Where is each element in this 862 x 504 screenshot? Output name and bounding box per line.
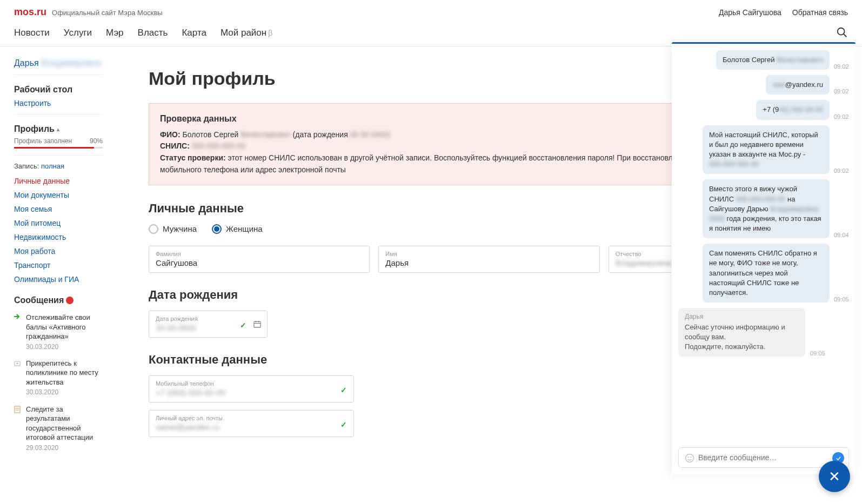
calendar-icon[interactable] [253, 320, 262, 328]
chat-input[interactable] [698, 453, 828, 459]
chat-message-out: Вместо этого я вижу чужой СНИЛС 000-000-… [678, 179, 849, 238]
nav-services[interactable]: Услуги [64, 28, 92, 38]
nav-map[interactable]: Карта [182, 28, 206, 38]
gender-female-radio[interactable]: Женщина [212, 224, 263, 234]
phone-field[interactable]: Мобильный телефон +7 (000) 000-00-00 ✓ [149, 375, 354, 402]
search-icon[interactable] [836, 26, 848, 38]
sidebar-item-olympiads[interactable]: Олимпиады и ГИА [14, 275, 116, 284]
record-value[interactable]: полная [41, 162, 64, 170]
profile-fill-percent: 90% [90, 137, 103, 145]
sidebar-item-family[interactable]: Моя семья [14, 205, 116, 213]
sidebar-item-personal[interactable]: Личные данные [14, 177, 116, 185]
chat-message-out: Болотов Сергей Вячeславович 09:02 [678, 50, 849, 70]
svg-line-1 [844, 34, 847, 37]
sidebar-username[interactable]: Дарья Владимировна [14, 58, 103, 75]
svg-point-0 [838, 28, 845, 35]
emoji-icon[interactable] [684, 453, 695, 459]
svg-rect-5 [15, 406, 20, 413]
sidebar-item-pet[interactable]: Мой питомец [14, 219, 116, 227]
dob-field[interactable]: Дата рождения 20.00.0000 ✓ [149, 311, 268, 338]
chevron-up-icon: ▴ [57, 126, 59, 132]
svg-rect-8 [254, 321, 260, 327]
chat-message-out: Сам поменять СНИЛС обратно я не могу, ФИ… [678, 244, 849, 303]
chat-message-out: имя@yandex.ru 09:02 [678, 75, 849, 95]
nav-news[interactable]: Новости [14, 28, 50, 38]
svg-point-14 [691, 457, 691, 458]
site-tagline: Официальный сайт Мэра Москвы [52, 9, 163, 17]
clinic-icon [14, 360, 22, 397]
nav-district[interactable]: Мой районβ [220, 28, 272, 38]
chat-message-in: ДарьяСейчас уточню информацию и сообщу в… [678, 308, 849, 356]
document-icon [14, 406, 22, 452]
topbar: mos.ru Официальный сайт Мэра Москвы Дарь… [0, 0, 862, 21]
sidebar-profile-heading[interactable]: Профиль▴ [14, 124, 116, 134]
chat-message-out: +7 (900) 000-00-00 09:02 [678, 100, 849, 119]
sidebar-item-documents[interactable]: Мои документы [14, 191, 116, 199]
record-label: Запись: [14, 162, 39, 170]
chat-input-row [678, 447, 849, 459]
svg-point-12 [686, 454, 694, 459]
svg-point-13 [688, 457, 689, 458]
sidebar-messages-heading[interactable]: Сообщения [14, 295, 116, 305]
nav-mayor[interactable]: Мэр [106, 28, 123, 38]
check-icon: ✓ [240, 321, 246, 330]
nav-government[interactable]: Власть [138, 28, 168, 38]
profile-progress-bar [14, 147, 103, 149]
sidebar: Дарья Владимировна Рабочий стол Настроит… [0, 46, 116, 459]
header-user[interactable]: Дарья Сайгушова [719, 8, 781, 17]
sidebar-item-transport[interactable]: Транспорт [14, 261, 116, 270]
header-feedback[interactable]: Обратная связь [792, 8, 848, 17]
notification-dot-icon [66, 297, 73, 304]
send-button[interactable] [832, 452, 844, 459]
check-icon: ✓ [340, 386, 347, 394]
sidebar-message[interactable]: Отслеживайте свои баллы «Активного гражд… [14, 313, 116, 351]
email-field[interactable]: Личный адрес эл. почты name@yandex.ru ✓ [149, 410, 354, 437]
sidebar-configure[interactable]: Настроить [14, 99, 116, 107]
chat-message-out: Мой настоящий СНИЛС, который и был до не… [678, 125, 849, 174]
surname-field[interactable]: Фамилия Сайгушова [149, 246, 370, 273]
gender-male-radio[interactable]: Мужчина [149, 224, 197, 234]
sidebar-item-work[interactable]: Моя работа [14, 247, 116, 256]
name-field[interactable]: Имя Дарья [378, 246, 599, 273]
sidebar-desktop-heading: Рабочий стол [14, 85, 116, 95]
arrow-icon [14, 314, 22, 351]
sidebar-item-realty[interactable]: Недвижимость [14, 233, 116, 241]
chat-messages[interactable]: Болотов Сергей Вячeславович 09:02 имя@ya… [672, 44, 856, 445]
site-logo[interactable]: mos.ru [14, 6, 46, 18]
sidebar-message[interactable]: Прикрепитесь к поликлинике по месту жите… [14, 359, 116, 397]
chat-panel: Болотов Сергей Вячeславович 09:02 имя@ya… [672, 42, 856, 459]
check-icon: ✓ [340, 420, 347, 429]
sidebar-message[interactable]: Следите за результатами государственной … [14, 405, 116, 452]
profile-fill-label: Профиль заполнен [14, 137, 72, 145]
